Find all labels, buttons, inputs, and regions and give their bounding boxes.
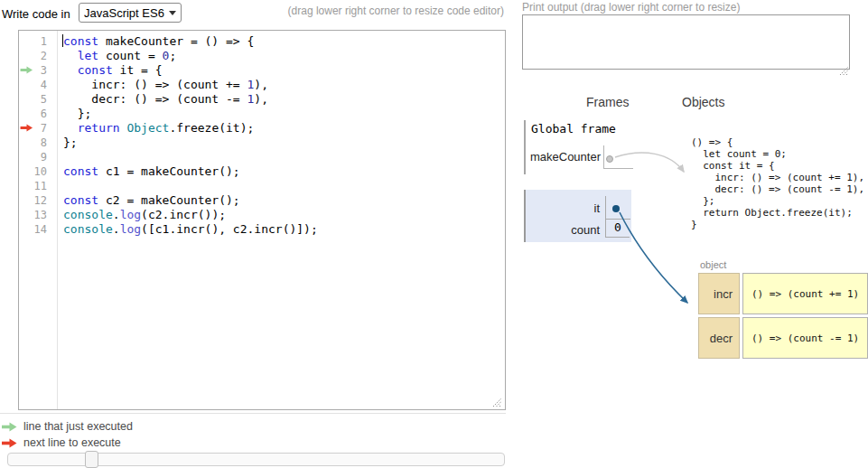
execution-step-slider[interactable] [7,453,505,466]
global-frame: Global frame makeCounter [524,120,631,174]
red-arrow-icon [2,438,17,448]
code-line[interactable]: 1const makeCounter = () => { [19,33,504,48]
line-code: decr: () => (count -= 1), [63,92,268,106]
function-code-line: incr: () => (count += 1), [691,172,864,183]
code-line[interactable]: 3 const it = { [19,62,504,77]
variable-value-cell [603,145,633,169]
line-number: 8 [19,136,47,149]
line-code: const makeCounter = () => { [63,34,254,48]
green-arrow-icon [2,422,17,432]
line-number: 9 [19,151,47,164]
line-number: 3 [19,64,47,77]
line-number: 7 [19,122,47,135]
line-number: 1 [19,35,47,48]
editor-resize-hint: (drag lower right corner to resize code … [271,5,504,17]
line-number: 12 [19,194,47,207]
line-code: }; [63,136,78,149]
objects-header: Objects [682,95,724,109]
line-number: 2 [19,50,47,62]
line-code: const it = { [63,63,163,77]
object-value: () => (count += 1) [742,273,868,314]
function-code-line: decr: () => (count -= 1), [691,183,864,195]
legend-row-next: next line to execute [2,435,133,451]
frames-header: Frames [586,95,629,109]
code-line[interactable]: 8}; [19,135,504,149]
heap-object-type-label: object [700,259,726,270]
code-line[interactable]: 9 [19,149,504,164]
code-line[interactable]: 7 return Object.freeze(it); [19,120,504,135]
execution-legend: line that just executed next line to exe… [2,418,133,451]
object-value: () => (count -= 1) [742,317,868,359]
legend-label: line that just executed [23,420,133,433]
legend-label: next line to execute [23,436,121,449]
variable-name-count: count [526,223,600,237]
print-output-textarea[interactable] [522,14,850,70]
line-code: const c1 = makeCounter(); [63,164,240,178]
write-code-in-label: Write code in [2,7,70,21]
code-line[interactable]: 6 }; [19,106,504,120]
heap-object-table: incr() => (count += 1)decr() => (count -… [695,270,868,361]
function-code-line: return Object.freeze(it); [691,207,864,219]
line-number: 4 [19,79,47,91]
variable-value-cell [605,196,630,220]
object-key: decr [698,317,740,359]
line-code: }; [63,107,91,120]
code-line[interactable]: 13console.log(c2.incr()); [19,207,504,221]
line-number: 11 [19,180,47,192]
language-select[interactable]: JavaScript ES6 [79,3,182,23]
object-key: incr [698,273,740,314]
code-line[interactable]: 4 incr: () => (count += 1), [19,77,504,91]
variable-name-makeCounter: makeCounter [526,150,601,164]
text-cursor [62,34,63,47]
footer-divider [0,413,506,414]
legend-row-executed: line that just executed [2,418,133,435]
line-code: const c2 = makeCounter(); [63,193,240,207]
code-lines: 1const makeCounter = () => {2 let count … [19,33,504,236]
function-code-line: const it = { [691,160,864,172]
current-frame: it count 0 [524,190,631,242]
editor-resize-grip-icon[interactable] [492,398,501,407]
pythontutor-page: Write code in JavaScript ES6 (drag lower… [0,0,868,468]
code-line[interactable]: 10const c1 = makeCounter(); [19,164,504,178]
line-code: console.log([c1.incr(), c2.incr()]); [63,222,318,236]
line-code: let count = 0; [63,49,176,62]
line-number: 13 [19,209,47,221]
object-entry-row: incr() => (count += 1) [698,273,868,314]
function-code-line: }; [691,195,864,207]
variable-value-count: 0 [605,219,630,238]
function-code-line: } [691,219,864,230]
line-code: return Object.freeze(it); [63,121,254,135]
print-output-resize-grip-icon[interactable] [839,66,848,75]
line-number: 10 [19,165,47,178]
function-code-line: let count = 0; [691,148,864,160]
line-number: 6 [19,108,47,120]
code-line[interactable]: 12const c2 = makeCounter(); [19,192,504,207]
line-number: 14 [19,223,47,236]
line-code: incr: () => (count += 1), [63,78,268,91]
line-code: console.log(c2.incr()); [63,208,226,221]
print-output-label: Print output (drag lower right corner to… [522,1,740,14]
variable-name-it: it [526,201,600,215]
function-code-line: () => { [691,136,864,148]
code-line[interactable]: 5 decr: () => (count -= 1), [19,91,504,106]
code-editor[interactable]: 1const makeCounter = () => {2 let count … [18,30,506,410]
heap-function-object: () => { let count = 0; const it = { incr… [691,136,864,230]
line-number: 5 [19,93,47,106]
slider-handle[interactable] [85,451,98,468]
global-frame-title: Global frame [531,122,616,136]
code-line[interactable]: 11 [19,178,504,192]
code-line[interactable]: 14console.log([c1.incr(), c2.incr()]); [19,221,504,236]
object-entry-row: decr() => (count -= 1) [698,317,868,359]
code-line[interactable]: 2 let count = 0; [19,48,504,62]
